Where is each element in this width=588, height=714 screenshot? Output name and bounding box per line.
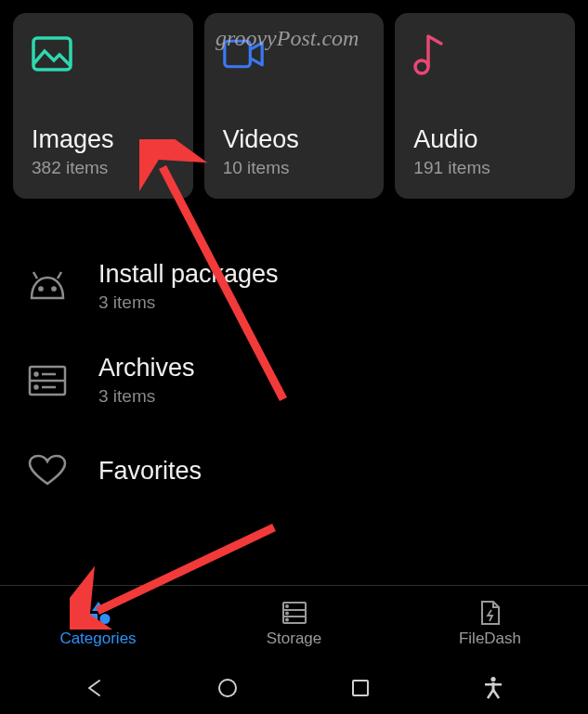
svg-point-22 <box>286 612 288 614</box>
nav-filedash[interactable]: FileDash <box>392 586 588 661</box>
audio-title: Audio <box>413 125 556 154</box>
content-area: Images 382 items Videos 10 items <box>0 0 588 585</box>
archives-subtitle: 3 items <box>98 386 564 407</box>
storage-icon <box>281 600 308 626</box>
svg-point-13 <box>35 385 38 388</box>
android-icon <box>24 264 71 310</box>
install-packages-item[interactable]: Install packages 3 items <box>13 240 575 333</box>
video-icon <box>223 33 264 74</box>
videos-tile[interactable]: Videos 10 items <box>204 13 385 199</box>
bottom-nav-bar: Categories Storage FileDash <box>0 585 588 661</box>
install-packages-subtitle: 3 items <box>98 292 564 313</box>
nav-storage-label: Storage <box>267 630 322 648</box>
audio-tile[interactable]: Audio 191 items <box>395 13 575 199</box>
svg-rect-25 <box>353 681 368 695</box>
videos-title: Videos <box>223 125 366 154</box>
recents-button[interactable] <box>346 674 374 702</box>
audio-icon <box>413 33 454 74</box>
svg-point-21 <box>286 605 288 607</box>
image-icon <box>32 33 72 74</box>
nav-filedash-label: FileDash <box>459 630 521 648</box>
back-button[interactable] <box>81 674 109 702</box>
favorites-item[interactable]: Favorites <box>13 427 575 514</box>
svg-point-23 <box>286 618 288 620</box>
svg-point-24 <box>219 680 236 696</box>
svg-point-11 <box>35 372 38 375</box>
install-packages-title: Install packages <box>98 260 564 289</box>
category-list: Install packages 3 items Archives 3 item… <box>13 240 575 514</box>
svg-line-5 <box>33 272 37 279</box>
svg-point-2 <box>415 60 428 73</box>
svg-rect-28 <box>485 683 502 686</box>
svg-line-30 <box>493 690 499 698</box>
archives-title: Archives <box>98 354 564 383</box>
svg-rect-16 <box>87 614 98 624</box>
filedash-icon <box>477 600 504 626</box>
svg-point-7 <box>39 287 42 290</box>
nav-categories[interactable]: Categories <box>0 586 196 661</box>
accessibility-button[interactable] <box>479 674 507 702</box>
svg-line-4 <box>428 36 441 44</box>
svg-point-17 <box>99 614 110 624</box>
images-subtitle: 382 items <box>32 158 175 178</box>
archive-icon <box>24 357 71 404</box>
archives-item[interactable]: Archives 3 items <box>13 333 575 427</box>
favorites-title: Favorites <box>98 457 564 486</box>
audio-subtitle: 191 items <box>413 158 556 178</box>
category-tiles-row: Images 382 items Videos 10 items <box>13 13 575 199</box>
home-button[interactable] <box>214 674 242 702</box>
images-title: Images <box>32 125 175 154</box>
nav-categories-label: Categories <box>59 630 136 648</box>
svg-line-6 <box>58 272 61 279</box>
system-nav-bar <box>0 661 588 714</box>
heart-icon <box>24 448 71 494</box>
svg-rect-1 <box>225 41 251 67</box>
svg-marker-15 <box>92 602 105 611</box>
svg-point-26 <box>491 676 496 681</box>
videos-subtitle: 10 items <box>223 158 366 178</box>
svg-point-8 <box>52 287 55 290</box>
svg-rect-0 <box>33 38 71 70</box>
images-tile[interactable]: Images 382 items <box>13 13 193 199</box>
nav-storage[interactable]: Storage <box>196 586 392 661</box>
svg-line-29 <box>488 690 493 698</box>
categories-icon <box>85 600 112 626</box>
